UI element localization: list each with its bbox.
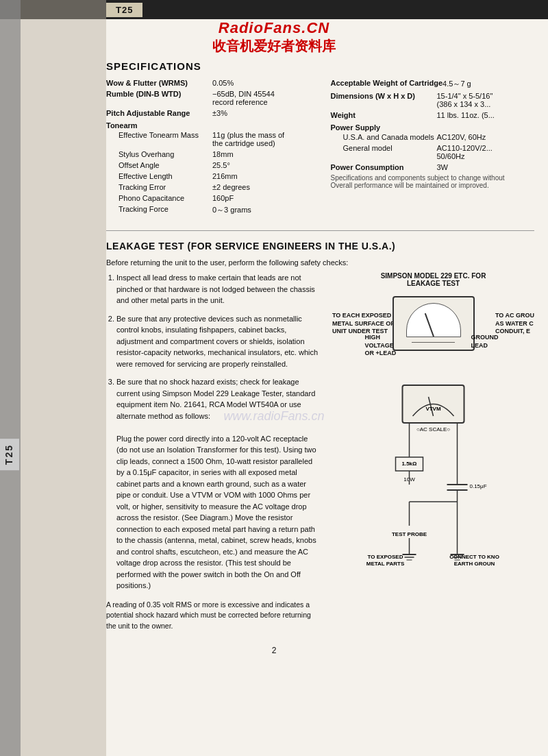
stylus-value: 18mm bbox=[212, 150, 310, 158]
leakage-steps: Inspect all lead dress to make certain t… bbox=[106, 272, 319, 592]
usa-canada-label: U.S.A. and Canada models bbox=[331, 133, 437, 141]
wow-flutter-label: Wow & Flutter (WRMS) bbox=[106, 79, 212, 87]
leakage-step-1: Inspect all lead dress to make certain t… bbox=[116, 272, 319, 306]
stylus-label: Stylus Overhang bbox=[106, 150, 212, 158]
dimensions-row: Dimensions (W x H x D) 15-1/4" x 5-5/16"… bbox=[331, 92, 535, 108]
page-edge-dark bbox=[0, 0, 21, 756]
ground-lead-label: GROUND LEAD bbox=[471, 334, 499, 350]
leakage-diagram: SIMPSON MODEL 229 ETC. FOR LEAKAGE TEST … bbox=[332, 272, 534, 632]
general-label: General model bbox=[331, 144, 437, 152]
phono-cap-row: Phono Capacitance 160pF bbox=[106, 194, 310, 202]
wow-flutter-row: Wow & Flutter (WRMS) 0.05% bbox=[106, 79, 310, 87]
phono-cap-value: 160pF bbox=[212, 194, 310, 202]
power-cons-label: Power Consumption bbox=[331, 163, 437, 171]
offset-label: Offset Angle bbox=[106, 161, 212, 169]
leakage-text: Inspect all lead dress to make certain t… bbox=[106, 272, 319, 632]
cart-weight-row: Acceptable Weight of Cartridge 4.5～7 g bbox=[331, 79, 535, 89]
spec-col-right: Acceptable Weight of Cartridge 4.5～7 g D… bbox=[331, 79, 535, 218]
pitch-label: Pitch Adjustable Range bbox=[106, 109, 212, 117]
svg-text:TO EXPOSED: TO EXPOSED bbox=[368, 554, 403, 560]
tracking-error-row: Tracking Error ±2 degrees bbox=[106, 183, 310, 191]
tracking-error-label: Tracking Error bbox=[106, 183, 212, 191]
simpson-meter: ——————— bbox=[393, 296, 475, 351]
reading-note: A reading of 0.35 volt RMS or more is ex… bbox=[106, 600, 319, 632]
leakage-body: Inspect all lead dress to make certain t… bbox=[106, 272, 534, 632]
lower-circuit: VTVM ○AC SCALE○ 1.5kΩ bbox=[332, 382, 534, 575]
offset-value: 25.5° bbox=[212, 161, 310, 169]
leakage-title: LEAKAGE TEST (FOR SERVICE ENGINEERS IN T… bbox=[106, 241, 534, 252]
meter-display bbox=[406, 303, 461, 337]
weight-value: 11 lbs. 11oz. (5... bbox=[437, 111, 535, 119]
meter-scale: ——————— bbox=[394, 339, 473, 345]
power-cons-value: 3W bbox=[437, 163, 535, 171]
svg-text:TEST PROBE: TEST PROBE bbox=[392, 531, 427, 537]
eff-length-label: Effective Length bbox=[106, 172, 212, 180]
svg-text:0.15μF: 0.15μF bbox=[470, 483, 487, 489]
pitch-row: Pitch Adjustable Range ±3% bbox=[106, 109, 310, 117]
svg-text:EARTH GROUN: EARTH GROUN bbox=[454, 561, 495, 567]
tonearm-mass-value: 11g (plus the mass of the cartridge used… bbox=[212, 131, 310, 147]
circuit-svg: VTVM ○AC SCALE○ 1.5kΩ bbox=[332, 382, 534, 574]
stylus-row: Stylus Overhang 18mm bbox=[106, 150, 310, 158]
spec-note: Specifications and components subject to… bbox=[331, 174, 535, 189]
svg-text:VTVM: VTVM bbox=[425, 406, 441, 412]
power-cons-row: Power Consumption 3W bbox=[331, 163, 535, 171]
spec-title: SPECIFICATIONS bbox=[106, 60, 534, 72]
rumble-value: −65dB, DIN 45544 record reference bbox=[212, 90, 310, 106]
rumble-row: Rumble (DIN-B WTD) −65dB, DIN 45544 reco… bbox=[106, 90, 310, 106]
tonearm-mass-label: Effective Tonearm Mass bbox=[106, 131, 212, 139]
svg-text:1.5kΩ: 1.5kΩ bbox=[402, 461, 418, 467]
to-each-label: TO EACH EXPOSED METAL SURFACE OF UNIT UN… bbox=[332, 312, 395, 336]
sidebar-t25-label: T25 bbox=[0, 439, 19, 470]
meter-container: ——————— bbox=[393, 296, 475, 351]
page: T25 RadioFans.CN 收音机爱好者资料库 T25 SPECIFICA… bbox=[0, 0, 548, 756]
page-number: 2 bbox=[0, 646, 548, 662]
weight-row: Weight 11 lbs. 11oz. (5... bbox=[331, 111, 535, 119]
spec-grid: Wow & Flutter (WRMS) 0.05% Rumble (DIN-B… bbox=[106, 79, 534, 218]
leakage-step-3: Be sure that no shock hazard exists; che… bbox=[116, 376, 319, 592]
usa-canada-row: U.S.A. and Canada models AC120V, 60Hz bbox=[331, 133, 535, 141]
dimensions-value: 15-1/4" x 5-5/16" (386 x 134 x 3... bbox=[437, 92, 535, 108]
pitch-value: ±3% bbox=[212, 109, 310, 117]
general-row: General model AC110-120V/2... 50/60Hz bbox=[331, 144, 535, 160]
tracking-force-row: Tracking Force 0～3 grams bbox=[106, 205, 310, 215]
meter-needle bbox=[424, 313, 434, 337]
tracking-force-value: 0～3 grams bbox=[212, 205, 310, 215]
tonearm-mass-row: Effective Tonearm Mass 11g (plus the mas… bbox=[106, 131, 310, 147]
cart-weight-value: 4.5～7 g bbox=[443, 79, 534, 89]
phono-cap-label: Phono Capacitance bbox=[106, 194, 212, 202]
divider bbox=[106, 230, 534, 231]
leakage-intro: Before returning the unit to the user, p… bbox=[106, 258, 534, 267]
offset-row: Offset Angle 25.5° bbox=[106, 161, 310, 169]
leakage-step-2: Be sure that any protective devices such… bbox=[116, 313, 319, 370]
model-tab: T25 bbox=[106, 3, 142, 17]
tracking-force-label: Tracking Force bbox=[106, 205, 212, 213]
eff-length-row: Effective Length 216mm bbox=[106, 172, 310, 180]
weight-label: Weight bbox=[331, 111, 437, 119]
to-ac-label: TO AC GROU AS WATER C CONDUIT, E bbox=[495, 312, 534, 336]
tracking-error-value: ±2 degrees bbox=[212, 183, 310, 191]
spec-col-left: Wow & Flutter (WRMS) 0.05% Rumble (DIN-B… bbox=[106, 79, 310, 218]
svg-text:METAL PARTS: METAL PARTS bbox=[366, 561, 405, 567]
top-circuit: TO EACH EXPOSED METAL SURFACE OF UNIT UN… bbox=[332, 293, 534, 361]
tonearm-section-label: Tonearm bbox=[106, 121, 310, 130]
usa-canada-value: AC120V, 60Hz bbox=[437, 133, 535, 141]
high-voltage-label: HIGH VOLTAGE OR +LEAD bbox=[365, 334, 397, 358]
rumble-label: Rumble (DIN-B WTD) bbox=[106, 90, 212, 98]
cart-weight-label: Acceptable Weight of Cartridge bbox=[331, 79, 443, 87]
simpson-label: SIMPSON MODEL 229 ETC. FOR bbox=[332, 272, 534, 280]
general-value: AC110-120V/2... 50/60Hz bbox=[437, 144, 535, 160]
simpson-label2: LEAKAGE TEST bbox=[332, 280, 534, 287]
svg-text:○AC SCALE○: ○AC SCALE○ bbox=[416, 426, 450, 432]
simpson-label-area: SIMPSON MODEL 229 ETC. FOR LEAKAGE TEST bbox=[332, 272, 534, 287]
eff-length-value: 216mm bbox=[212, 172, 310, 180]
wow-flutter-value: 0.05% bbox=[212, 79, 310, 87]
power-supply-section: Power Supply bbox=[331, 123, 535, 132]
main-content: SPECIFICATIONS Wow & Flutter (WRMS) 0.05… bbox=[106, 19, 548, 632]
dimensions-label: Dimensions (W x H x D) bbox=[331, 92, 437, 100]
top-banner: T25 bbox=[0, 0, 548, 19]
